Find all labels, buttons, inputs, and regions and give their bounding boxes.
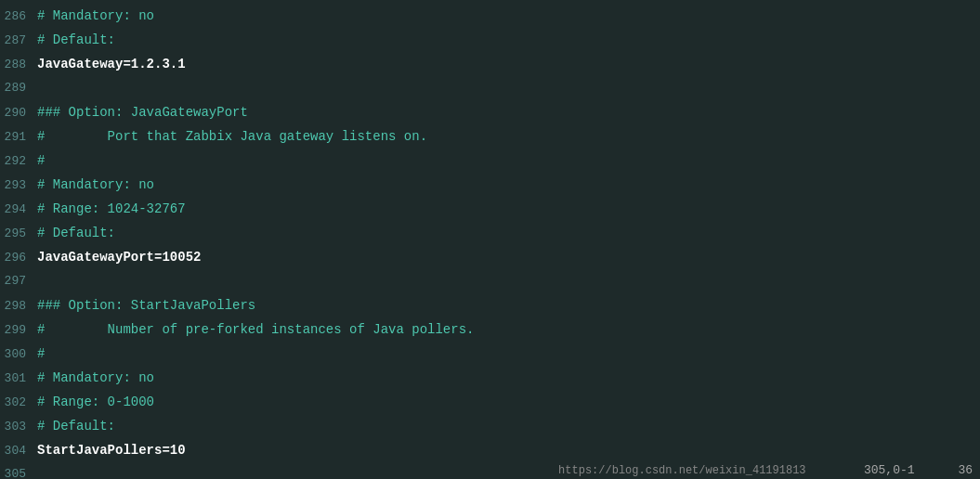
line-number: 299 (0, 318, 37, 343)
line-content: # Default: (37, 28, 115, 52)
line-number: 298 (0, 294, 37, 318)
line-content: # Port that Zabbix Java gateway listens … (37, 124, 427, 149)
line-number: 302 (0, 391, 37, 415)
line-content: # Default: (37, 414, 115, 438)
line-number: 297 (0, 269, 37, 293)
line-content: # Number of pre-forked instances of Java… (37, 317, 474, 342)
line-content: ### Option: StartJavaPollers (37, 293, 255, 317)
line-number: 296 (0, 246, 37, 270)
line-content: JavaGatewayPort=10052 (37, 245, 201, 269)
code-line: 299# Number of pre-forked instances of J… (0, 317, 980, 342)
position-label: 305,0-1 (864, 463, 915, 477)
line-number: 292 (0, 149, 37, 174)
code-line: 298### Option: StartJavaPollers (0, 293, 980, 317)
line-content: # Default: (37, 221, 115, 245)
line-content: # Mandatory: no (37, 366, 154, 390)
line-content: # Mandatory: no (37, 173, 154, 197)
code-line: 304StartJavaPollers=10 (0, 438, 980, 462)
code-editor: 286# Mandatory: no287# Default:288JavaGa… (0, 0, 980, 479)
code-line: 303# Default: (0, 414, 980, 438)
url-label: https://blog.csdn.net/weixin_41191813 (558, 464, 805, 477)
line-content: ### Option: JavaGatewayPort (37, 100, 248, 124)
number-label: 36 (958, 463, 973, 477)
line-number: 286 (0, 5, 37, 29)
code-line: 293# Mandatory: no (0, 173, 980, 197)
line-content: StartJavaPollers=10 (37, 438, 186, 462)
line-number: 300 (0, 343, 37, 367)
line-number: 290 (0, 101, 37, 125)
line-content: # (37, 342, 45, 366)
line-content: JavaGateway=1.2.3.1 (37, 52, 186, 76)
status-bar: https://blog.csdn.net/weixin_41191813 30… (551, 461, 980, 479)
code-line: 291# Port that Zabbix Java gateway liste… (0, 124, 980, 149)
line-number: 295 (0, 222, 37, 246)
line-number: 288 (0, 53, 37, 77)
code-line: 287# Default: (0, 28, 980, 52)
code-line: 286# Mandatory: no (0, 4, 980, 28)
code-line: 290### Option: JavaGatewayPort (0, 100, 980, 124)
line-content: # (37, 149, 45, 173)
code-line: 294# Range: 1024-32767 (0, 197, 980, 221)
code-line: 292# (0, 149, 980, 173)
line-number: 294 (0, 198, 37, 222)
line-number: 305 (0, 462, 37, 479)
code-line: 288JavaGateway=1.2.3.1 (0, 52, 980, 76)
code-line: 301# Mandatory: no (0, 366, 980, 390)
code-line: 297 (0, 269, 980, 293)
line-content: # Mandatory: no (37, 4, 154, 28)
line-number: 304 (0, 439, 37, 463)
line-number: 291 (0, 125, 37, 149)
code-line: 300# (0, 342, 980, 366)
line-number: 301 (0, 367, 37, 391)
line-number: 303 (0, 415, 37, 439)
line-number: 293 (0, 174, 37, 198)
line-number: 287 (0, 29, 37, 53)
line-content: # Range: 0-1000 (37, 390, 154, 414)
line-content: # Range: 1024-32767 (37, 197, 186, 221)
code-line: 296JavaGatewayPort=10052 (0, 245, 980, 269)
code-line: 302# Range: 0-1000 (0, 390, 980, 414)
code-line: 295# Default: (0, 221, 980, 245)
code-line: 289 (0, 76, 980, 100)
line-number: 289 (0, 76, 37, 100)
